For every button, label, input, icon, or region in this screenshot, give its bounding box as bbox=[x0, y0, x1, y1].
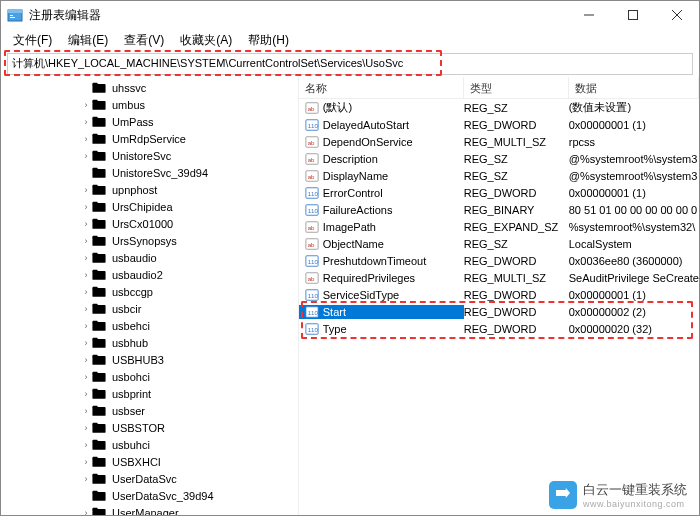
value-type: REG_DWORD bbox=[464, 306, 569, 318]
tree-item-usbaudio[interactable]: ›usbaudio bbox=[1, 249, 298, 266]
tree-item-umrdpservice[interactable]: ›UmRdpService bbox=[1, 130, 298, 147]
value-row[interactable]: abDescriptionREG_SZ@%systemroot%\system3 bbox=[299, 150, 699, 167]
chevron-icon[interactable]: › bbox=[81, 134, 91, 144]
tree-item-urscx01000[interactable]: ›UrsCx01000 bbox=[1, 215, 298, 232]
value-row[interactable]: abDependOnServiceREG_MULTI_SZrpcss bbox=[299, 133, 699, 150]
close-button[interactable] bbox=[655, 1, 699, 29]
value-list[interactable]: 名称 类型 数据 ab(默认)REG_SZ(数值未设置)110DelayedAu… bbox=[299, 77, 699, 516]
chevron-icon[interactable]: › bbox=[81, 236, 91, 246]
value-row[interactable]: abRequiredPrivilegesREG_MULTI_SZSeAuditP… bbox=[299, 269, 699, 286]
value-data: 0x00000001 (1) bbox=[569, 119, 699, 131]
value-row[interactable]: 110DelayedAutoStartREG_DWORD0x00000001 (… bbox=[299, 116, 699, 133]
tree-item-unistoresvc[interactable]: ›UnistoreSvc bbox=[1, 147, 298, 164]
tree-item-unistoresvc_39d94[interactable]: UnistoreSvc_39d94 bbox=[1, 164, 298, 181]
chevron-icon[interactable]: › bbox=[81, 457, 91, 467]
tree-item-usbohci[interactable]: ›usbohci bbox=[1, 368, 298, 385]
svg-text:110: 110 bbox=[307, 325, 318, 332]
tree-item-uhssvc[interactable]: uhssvc bbox=[1, 79, 298, 96]
menu-file[interactable]: 文件(F) bbox=[5, 30, 60, 51]
folder-icon bbox=[92, 81, 106, 95]
col-data[interactable]: 数据 bbox=[569, 77, 699, 98]
chevron-icon[interactable]: › bbox=[81, 202, 91, 212]
chevron-icon[interactable]: › bbox=[81, 185, 91, 195]
chevron-icon[interactable]: › bbox=[81, 304, 91, 314]
string-value-icon: ab bbox=[305, 237, 319, 251]
chevron-icon[interactable]: › bbox=[81, 474, 91, 484]
value-row[interactable]: 110TypeREG_DWORD0x00000020 (32) bbox=[299, 320, 699, 337]
svg-rect-5 bbox=[629, 11, 638, 20]
svg-text:ab: ab bbox=[307, 223, 314, 230]
value-data: 0x0036ee80 (3600000) bbox=[569, 255, 699, 267]
folder-icon bbox=[92, 200, 106, 214]
chevron-icon[interactable]: › bbox=[81, 440, 91, 450]
value-row[interactable]: 110PreshutdownTimeoutREG_DWORD0x0036ee80… bbox=[299, 252, 699, 269]
chevron-icon[interactable]: › bbox=[81, 406, 91, 416]
maximize-button[interactable] bbox=[611, 1, 655, 29]
value-row[interactable]: 110ErrorControlREG_DWORD0x00000001 (1) bbox=[299, 184, 699, 201]
value-row[interactable]: abObjectNameREG_SZLocalSystem bbox=[299, 235, 699, 252]
folder-icon bbox=[92, 421, 106, 435]
tree-item-usbccgp[interactable]: ›usbccgp bbox=[1, 283, 298, 300]
menu-view[interactable]: 查看(V) bbox=[116, 30, 172, 51]
menu-favorites[interactable]: 收藏夹(A) bbox=[172, 30, 240, 51]
chevron-icon[interactable]: › bbox=[81, 253, 91, 263]
tree-item-usbcir[interactable]: ›usbcir bbox=[1, 300, 298, 317]
value-row[interactable]: 110ServiceSidTypeREG_DWORD0x00000001 (1) bbox=[299, 286, 699, 303]
value-row[interactable]: 110FailureActionsREG_BINARY80 51 01 00 0… bbox=[299, 201, 699, 218]
svg-text:ab: ab bbox=[307, 104, 314, 111]
value-data: 0x00000020 (32) bbox=[569, 323, 699, 335]
menu-help[interactable]: 帮助(H) bbox=[240, 30, 297, 51]
chevron-icon[interactable]: › bbox=[81, 270, 91, 280]
chevron-icon[interactable]: › bbox=[81, 372, 91, 382]
chevron-icon[interactable]: › bbox=[81, 508, 91, 517]
tree-label: UnistoreSvc bbox=[109, 150, 174, 162]
tree-item-usbhub[interactable]: ›usbhub bbox=[1, 334, 298, 351]
chevron-icon[interactable]: › bbox=[81, 151, 91, 161]
svg-text:110: 110 bbox=[307, 206, 318, 213]
tree-label: USBHUB3 bbox=[109, 354, 167, 366]
chevron-icon[interactable]: › bbox=[81, 338, 91, 348]
chevron-icon[interactable]: › bbox=[81, 321, 91, 331]
minimize-button[interactable] bbox=[567, 1, 611, 29]
svg-rect-21 bbox=[92, 184, 97, 187]
chevron-icon[interactable]: › bbox=[81, 117, 91, 127]
tree-item-usbaudio2[interactable]: ›usbaudio2 bbox=[1, 266, 298, 283]
chevron-icon[interactable]: › bbox=[81, 389, 91, 399]
tree-item-usbehci[interactable]: ›usbehci bbox=[1, 317, 298, 334]
tree-item-userdatasvc[interactable]: ›UserDataSvc bbox=[1, 470, 298, 487]
tree-item-urssynopsys[interactable]: ›UrsSynopsys bbox=[1, 232, 298, 249]
tree-item-userdatasvc_39d94[interactable]: UserDataSvc_39d94 bbox=[1, 487, 298, 504]
value-type: REG_MULTI_SZ bbox=[464, 272, 569, 284]
value-row[interactable]: 110StartREG_DWORD0x00000002 (2) bbox=[299, 303, 699, 320]
tree-item-upnphost[interactable]: ›upnphost bbox=[1, 181, 298, 198]
chevron-icon[interactable]: › bbox=[81, 287, 91, 297]
tree-item-umpass[interactable]: ›UmPass bbox=[1, 113, 298, 130]
svg-rect-11 bbox=[92, 99, 97, 102]
col-type[interactable]: 类型 bbox=[464, 77, 569, 98]
chevron-icon[interactable]: › bbox=[81, 423, 91, 433]
tree-item-umbus[interactable]: ›umbus bbox=[1, 96, 298, 113]
value-row[interactable]: ab(默认)REG_SZ(数值未设置) bbox=[299, 99, 699, 116]
tree-item-usbuhci[interactable]: ›usbuhci bbox=[1, 436, 298, 453]
tree-item-usermanager[interactable]: ›UserManager bbox=[1, 504, 298, 516]
menu-edit[interactable]: 编辑(E) bbox=[60, 30, 116, 51]
svg-rect-25 bbox=[92, 218, 97, 221]
value-row[interactable]: abDisplayNameREG_SZ@%systemroot%\system3 bbox=[299, 167, 699, 184]
value-row[interactable]: abImagePathREG_EXPAND_SZ%systemroot%\sys… bbox=[299, 218, 699, 235]
tree-label: UserManager bbox=[109, 507, 182, 517]
value-data: 80 51 01 00 00 00 00 00 0 bbox=[569, 204, 699, 216]
tree-item-usbser[interactable]: ›usbser bbox=[1, 402, 298, 419]
chevron-icon[interactable]: › bbox=[81, 219, 91, 229]
chevron-icon[interactable]: › bbox=[81, 100, 91, 110]
binary-value-icon: 110 bbox=[305, 254, 319, 268]
chevron-icon[interactable]: › bbox=[81, 355, 91, 365]
value-name: ServiceSidType bbox=[323, 289, 464, 301]
registry-tree[interactable]: uhssvc›umbus›UmPass›UmRdpService›Unistor… bbox=[1, 77, 299, 516]
tree-item-urschipidea[interactable]: ›UrsChipidea bbox=[1, 198, 298, 215]
tree-item-usbhub3[interactable]: ›USBHUB3 bbox=[1, 351, 298, 368]
tree-item-usbprint[interactable]: ›usbprint bbox=[1, 385, 298, 402]
address-bar[interactable]: 计算机\HKEY_LOCAL_MACHINE\SYSTEM\CurrentCon… bbox=[7, 53, 693, 75]
tree-item-usbstor[interactable]: ›USBSTOR bbox=[1, 419, 298, 436]
tree-item-usbxhci[interactable]: ›USBXHCI bbox=[1, 453, 298, 470]
col-name[interactable]: 名称 bbox=[299, 77, 464, 98]
